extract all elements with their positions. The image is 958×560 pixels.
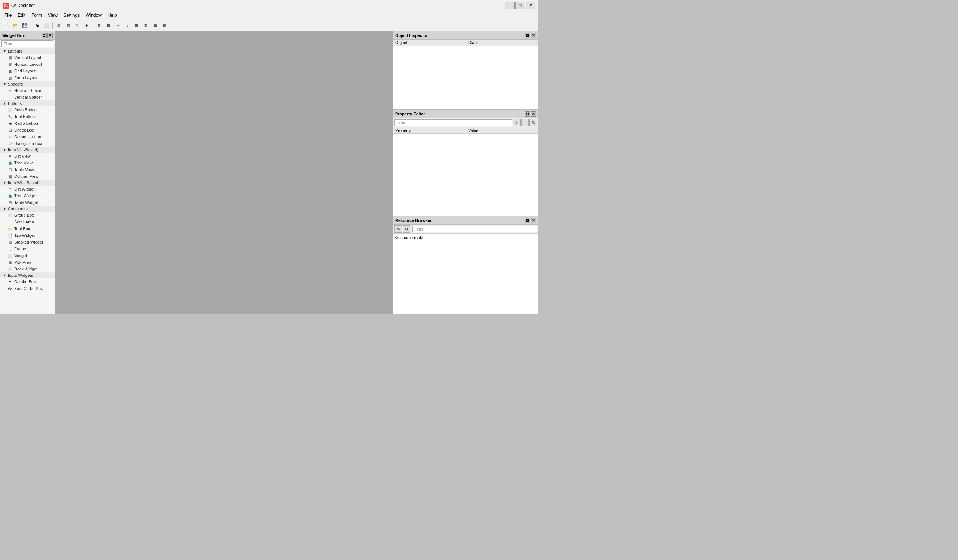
- widget-category-input-widgets[interactable]: ▼Input Widgets: [0, 272, 55, 278]
- property-filter-input[interactable]: [395, 119, 512, 126]
- object-inspector-title: Object Inspector: [395, 33, 428, 38]
- widget-item-radio-button[interactable]: ◉Radio Button: [0, 120, 55, 127]
- widget-filter-input[interactable]: [2, 40, 54, 47]
- toolbar-layout6[interactable]: ⊡: [141, 21, 150, 30]
- widget-item-dialogon-box[interactable]: ⊙Dialog...on Box: [0, 140, 55, 147]
- widget-item-stacked-widget[interactable]: ⊞Stacked Widget: [0, 239, 55, 245]
- widget-item-font-cbo-box[interactable]: AaFont C...bo Box: [0, 285, 55, 292]
- minimize-button[interactable]: —: [505, 2, 514, 9]
- property-editor-float[interactable]: ⊡: [525, 111, 530, 117]
- toolbar-edit2[interactable]: ▥: [63, 21, 73, 30]
- widget-item-combo-box[interactable]: ▼Combo Box: [0, 278, 55, 285]
- resource-browser-close[interactable]: ✕: [531, 218, 536, 223]
- widget-category-containers[interactable]: ▼Containers: [0, 206, 55, 212]
- resource-filter-input[interactable]: [412, 226, 537, 233]
- property-editor-close[interactable]: ✕: [531, 111, 536, 117]
- widget-item-label: Combo Box: [14, 280, 35, 284]
- widget-item-column-view[interactable]: ▤Column View: [0, 173, 55, 180]
- widget-list: ▼Layouts▤Vertical Layout▥Horizo...Layout…: [0, 48, 55, 314]
- menu-item-form[interactable]: Form: [29, 12, 45, 19]
- widget-box-float[interactable]: ⊡: [41, 33, 47, 38]
- toolbar-new[interactable]: 📄: [2, 21, 11, 30]
- widget-item-tree-widget[interactable]: 🌲Tree Widget: [0, 192, 55, 199]
- toolbar-edit4[interactable]: ⊕: [82, 21, 91, 30]
- canvas-area[interactable]: [56, 32, 393, 314]
- resource-browser-float[interactable]: ⊡: [525, 218, 530, 223]
- toolbar-layout5[interactable]: ⊠: [132, 21, 141, 30]
- menu-item-file[interactable]: File: [2, 12, 14, 19]
- widget-category-item-vi...-based)[interactable]: ▼Item Vi...-Based): [0, 147, 55, 153]
- toolbar-layout7[interactable]: ▦: [151, 21, 160, 30]
- widget-item-frame[interactable]: ⬚Frame: [0, 245, 55, 252]
- widget-category-buttons[interactable]: ▼Buttons: [0, 101, 55, 106]
- resource-files[interactable]: [466, 234, 538, 314]
- property-editor-body[interactable]: [393, 134, 538, 216]
- widget-item-tab-widget[interactable]: 📑Tab Widget: [0, 232, 55, 239]
- widget-item-label: Table Widget: [14, 200, 38, 205]
- toolbar-save[interactable]: 💾: [20, 21, 29, 30]
- widget-category-item-wi...-based)[interactable]: ▼Item Wi...-Based): [0, 180, 55, 186]
- widget-item-horizolayout[interactable]: ▥Horizo...Layout: [0, 61, 55, 68]
- toolbar-layout8[interactable]: ▧: [160, 21, 169, 30]
- toolbar-layout4[interactable]: ↕: [123, 21, 132, 30]
- widget-item-label: Tool Button: [14, 114, 35, 119]
- widget-item-list-view[interactable]: ≡List View: [0, 153, 55, 160]
- widget-item-tool-button[interactable]: 🔧Tool Button: [0, 113, 55, 120]
- toolbar-preview[interactable]: ⬜: [42, 21, 51, 30]
- toolbar-sep-1: [31, 22, 31, 29]
- widget-item-mdi-area[interactable]: ⊞MDI Area: [0, 259, 55, 266]
- resource-tree[interactable]: <resource root>: [393, 234, 466, 314]
- widget-item-form-layout[interactable]: ▧Form Layout: [0, 74, 55, 81]
- widget-item-dock-widget[interactable]: ⬜Dock Widget: [0, 266, 55, 272]
- widget-category-layouts[interactable]: ▼Layouts: [0, 48, 55, 54]
- res-reload-btn[interactable]: ↺: [403, 225, 410, 233]
- widget-item-push-button[interactable]: ⬜Push Button: [0, 106, 55, 113]
- widget-item-icon: ⬜: [8, 266, 13, 272]
- prop-filter-remove[interactable]: −: [521, 119, 529, 126]
- prop-filter-edit[interactable]: ✎: [530, 119, 537, 126]
- maximize-button[interactable]: □: [515, 2, 525, 9]
- widget-item-vertical-spacer[interactable]: ↕Vertical Spacer: [0, 94, 55, 101]
- object-inspector-float[interactable]: ⊡: [525, 33, 530, 38]
- widget-item-label: Tab Widget: [14, 233, 35, 237]
- toolbar-edit1[interactable]: ▤: [54, 21, 63, 30]
- toolbar-layout3[interactable]: ↔: [113, 21, 122, 30]
- widget-item-label: Stacked Widget: [14, 240, 43, 244]
- toolbar-print[interactable]: 🖨: [33, 21, 41, 30]
- prop-filter-add[interactable]: +: [513, 119, 520, 126]
- menu-item-view[interactable]: View: [45, 12, 60, 19]
- widget-category-spacers[interactable]: ▼Spacers: [0, 81, 55, 87]
- widget-item-tool-box[interactable]: 📁Tool Box: [0, 225, 55, 232]
- widget-item-tree-view[interactable]: 🌲Tree View: [0, 160, 55, 166]
- widget-box-close[interactable]: ✕: [48, 33, 53, 38]
- widget-item-commautton[interactable]: ⊕Comma...utton: [0, 133, 55, 140]
- menu-item-edit[interactable]: Edit: [14, 12, 29, 19]
- widget-item-table-widget[interactable]: ⊞Table Widget: [0, 199, 55, 206]
- object-inspector-body[interactable]: [393, 46, 538, 109]
- widget-item-group-box[interactable]: ⬜Group Box: [0, 212, 55, 218]
- toolbar-sep-3: [93, 22, 93, 29]
- widget-item-horizospacer[interactable]: ↔Horizo...Spacer: [0, 87, 55, 94]
- res-edit-btn[interactable]: ✎: [395, 225, 402, 233]
- widget-item-vertical-layout[interactable]: ▤Vertical Layout: [0, 54, 55, 61]
- widget-item-label: Tree Widget: [14, 193, 36, 198]
- menu-item-window[interactable]: Window: [82, 12, 105, 19]
- widget-item-label: Form Layout: [14, 76, 37, 80]
- menu-item-settings[interactable]: Settings: [60, 12, 82, 19]
- resource-browser-controls: ⊡ ✕: [525, 218, 536, 223]
- toolbar-layout1[interactable]: ⊞: [95, 21, 103, 30]
- widget-item-grid-layout[interactable]: ▦Grid Layout: [0, 68, 55, 74]
- toolbar-open[interactable]: 📂: [11, 21, 20, 30]
- menu-item-help[interactable]: Help: [105, 12, 120, 19]
- widget-item-widget[interactable]: ⬜Widget: [0, 252, 55, 259]
- close-button[interactable]: ✕: [526, 2, 536, 9]
- toolbar: 📄 📂 💾 🖨 ⬜ ▤ ▥ ✎ ⊕ ⊞ ⊟ ↔ ↕ ⊠ ⊡ ▦ ▧: [0, 19, 538, 32]
- widget-item-list-widget[interactable]: ≡List Widget: [0, 186, 55, 192]
- widget-item-check-box[interactable]: ☑Check Box: [0, 127, 55, 133]
- widget-item-icon: ⬜: [8, 253, 13, 258]
- toolbar-edit3[interactable]: ✎: [73, 21, 82, 30]
- widget-item-table-view[interactable]: ⊞Table View: [0, 166, 55, 173]
- toolbar-layout2[interactable]: ⊟: [104, 21, 113, 30]
- object-inspector-close[interactable]: ✕: [531, 33, 536, 38]
- widget-item-scroll-area[interactable]: ↕Scroll Area: [0, 218, 55, 225]
